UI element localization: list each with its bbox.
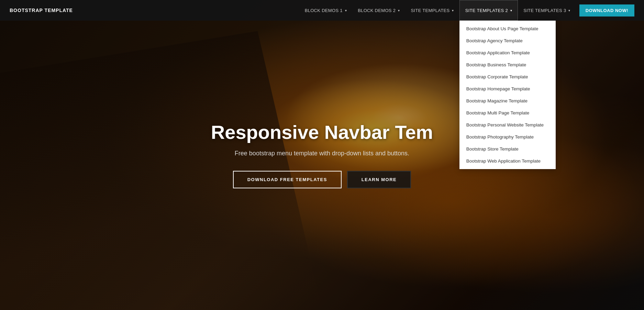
dropdown-item-corporate[interactable]: Bootstrap Corporate Template <box>459 71 556 83</box>
nav-item-site-templates-2: SITE TEMPLATES 2 ▾ Bootstrap About Us Pa… <box>459 0 518 21</box>
nav-link-block-demos-2[interactable]: BLOCK DEMOS 2 ▾ <box>352 0 405 21</box>
nav-link-site-templates-2[interactable]: SITE TEMPLATES 2 ▾ <box>459 0 518 21</box>
dropdown-item-agency[interactable]: Bootstrap Agency Template <box>459 35 556 47</box>
caret-icon: ▾ <box>568 9 570 12</box>
dropdown-item-application[interactable]: Bootstrap Application Template <box>459 47 556 59</box>
caret-icon: ▾ <box>510 9 512 12</box>
nav-link-site-templates-3[interactable]: SITE TEMPLATES 3 ▾ <box>518 0 576 21</box>
hero-title: Responsive Navbar Tem <box>211 122 433 143</box>
caret-icon: ▾ <box>452 9 454 12</box>
dropdown-item-store[interactable]: Bootstrap Store Template <box>459 143 556 155</box>
nav-item-site-templates-3: SITE TEMPLATES 3 ▾ <box>518 0 576 21</box>
dropdown-item-homepage[interactable]: Bootstrap Homepage Template <box>459 83 556 95</box>
download-templates-button[interactable]: DOWNLOAD FREE TEMPLATES <box>233 171 342 188</box>
nav-link-site-templates[interactable]: SITE TEMPLATES ▾ <box>406 0 459 21</box>
nav-brand: BOOTSTRAP TEMPLATE <box>10 8 73 13</box>
dropdown-item-about-us[interactable]: Bootstrap About Us Page Template <box>459 23 556 35</box>
dropdown-item-web-application[interactable]: Bootstrap Web Application Template <box>459 155 556 167</box>
dropdown-item-multi-page[interactable]: Bootstrap Multi Page Template <box>459 107 556 119</box>
dropdown-item-magazine[interactable]: Bootstrap Magazine Template <box>459 95 556 107</box>
download-now-button[interactable]: DOWNLOAD NOW! <box>579 4 634 16</box>
hero-subtitle: Free bootstrap menu template with drop-d… <box>211 150 433 157</box>
hero-content: Responsive Navbar Tem Free bootstrap men… <box>204 122 440 188</box>
navbar: BOOTSTRAP TEMPLATE BLOCK DEMOS 1 ▾ BLOCK… <box>0 0 644 21</box>
nav-links: BLOCK DEMOS 1 ▾ BLOCK DEMOS 2 ▾ SITE TEM… <box>299 0 634 21</box>
caret-icon: ▾ <box>398 9 400 12</box>
learn-more-button[interactable]: LEARN MORE <box>347 171 411 188</box>
caret-icon: ▾ <box>345 9 347 12</box>
dropdown-item-business[interactable]: Bootstrap Business Template <box>459 59 556 71</box>
nav-item-block-demos-2: BLOCK DEMOS 2 ▾ <box>352 0 405 21</box>
dropdown-item-photography[interactable]: Bootstrap Photography Template <box>459 131 556 143</box>
hero-buttons: DOWNLOAD FREE TEMPLATES LEARN MORE <box>211 171 433 188</box>
nav-link-block-demos-1[interactable]: BLOCK DEMOS 1 ▾ <box>299 0 352 21</box>
dropdown-item-personal-website[interactable]: Bootstrap Personal Website Template <box>459 119 556 131</box>
nav-item-block-demos-1: BLOCK DEMOS 1 ▾ <box>299 0 352 21</box>
nav-item-site-templates: SITE TEMPLATES ▾ <box>406 0 459 21</box>
dropdown-menu-site-templates-2: Bootstrap About Us Page Template Bootstr… <box>459 21 556 169</box>
